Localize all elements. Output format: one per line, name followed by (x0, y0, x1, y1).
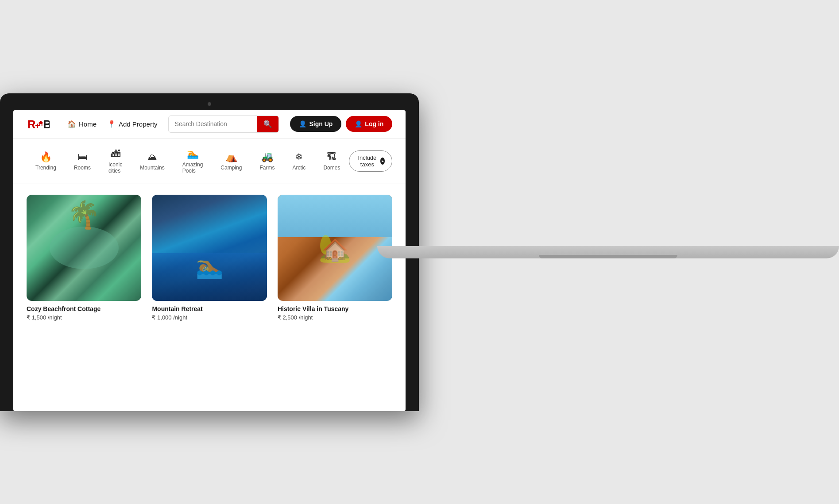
nav-links: 🏠 Home 📍 Add Property 🔍 (67, 115, 281, 133)
login-button[interactable]: 👤 Log in (346, 116, 392, 132)
laptop-base (377, 246, 839, 258)
property-card-historic-villa[interactable]: Historic Villa in Tuscany ₹ 2,500 /night (278, 195, 392, 321)
property-image (278, 195, 392, 301)
category-item-domes[interactable]: 🏗 Domes (314, 149, 349, 173)
location-icon: 📍 (107, 120, 116, 128)
search-button[interactable]: 🔍 (257, 116, 278, 132)
domes-icon: 🏗 (327, 151, 336, 163)
property-card-mountain-retreat[interactable]: Mountain Retreat ₹ 1,000 /night (152, 195, 267, 321)
category-item-iconic-cities[interactable]: 🏙 Iconic cities (100, 146, 131, 177)
category-items: 🔥 Trending 🛏 Rooms 🏙 Iconic cities ⛰ Mou… (27, 146, 349, 177)
home-icon: 🏠 (67, 120, 76, 128)
mountains-icon: ⛰ (147, 151, 157, 163)
property-image (27, 195, 141, 301)
category-item-camping[interactable]: ⛺ Camping (212, 149, 251, 173)
nav-actions: 👤 Sign Up 👤 Log in (290, 116, 392, 132)
category-item-arctic[interactable]: ❄ Arctic (283, 149, 314, 173)
property-img-container (152, 195, 267, 301)
user-icon: 👤 (299, 120, 306, 127)
include-taxes-label: Include taxes (356, 154, 378, 168)
laptop-screen: R + B 🏠 Home 📍 (13, 110, 406, 411)
amazing-pools-icon: 🏊 (187, 148, 199, 160)
navbar: R + B 🏠 Home 📍 (13, 110, 406, 139)
property-img-container (27, 195, 141, 301)
logo-svg: R + B (27, 116, 50, 132)
add-property-link[interactable]: 📍 Add Property (107, 120, 158, 128)
trending-label: Trending (35, 165, 56, 171)
laptop-camera (208, 102, 211, 106)
svg-rect-4 (40, 124, 41, 126)
farms-label: Farms (259, 165, 275, 171)
property-name: Mountain Retreat (152, 305, 267, 312)
home-link[interactable]: 🏠 Home (67, 120, 97, 128)
farms-icon: 🚜 (261, 151, 273, 163)
category-item-trending[interactable]: 🔥 Trending (27, 149, 65, 173)
camping-icon: ⛺ (225, 151, 237, 163)
login-label: Log in (365, 120, 383, 127)
property-img-container (278, 195, 392, 301)
property-price: ₹ 1,500 /night (27, 314, 141, 321)
property-grid: Cozy Beachfront Cottage ₹ 1,500 /night M… (13, 184, 406, 339)
signup-button[interactable]: 👤 Sign Up (290, 116, 341, 132)
rooms-label: Rooms (74, 165, 91, 171)
mountains-label: Mountains (140, 165, 164, 171)
login-user-icon: 👤 (355, 120, 362, 127)
category-nav: 🔥 Trending 🛏 Rooms 🏙 Iconic cities ⛰ Mou… (13, 139, 406, 184)
add-property-label: Add Property (119, 120, 158, 128)
camping-label: Camping (220, 165, 242, 171)
amazing-pools-label: Amazing Pools (182, 162, 203, 174)
iconic-cities-label: Iconic cities (108, 162, 122, 174)
category-item-rooms[interactable]: 🛏 Rooms (65, 149, 100, 173)
home-label: Home (79, 120, 97, 128)
svg-text:B: B (43, 118, 50, 131)
toggle-icon: ▸ (380, 158, 385, 165)
logo[interactable]: R + B (27, 116, 50, 132)
laptop-shell: R + B 🏠 Home 📍 (0, 93, 419, 411)
property-price: ₹ 2,500 /night (278, 314, 392, 321)
include-taxes-button[interactable]: Include taxes ▸ (349, 150, 392, 172)
property-card-cozy-beachfront[interactable]: Cozy Beachfront Cottage ₹ 1,500 /night (27, 195, 141, 321)
search-container: 🔍 (168, 115, 279, 133)
arctic-label: Arctic (292, 165, 305, 171)
trending-icon: 🔥 (40, 151, 52, 163)
category-item-mountains[interactable]: ⛰ Mountains (131, 149, 173, 173)
search-icon: 🔍 (263, 120, 272, 128)
iconic-cities-icon: 🏙 (111, 148, 120, 160)
property-image (152, 195, 267, 301)
signup-label: Sign Up (309, 120, 333, 127)
property-name: Historic Villa in Tuscany (278, 305, 392, 312)
svg-text:R: R (27, 118, 36, 131)
search-input[interactable] (169, 117, 257, 131)
property-price: ₹ 1,000 /night (152, 314, 267, 321)
domes-label: Domes (323, 165, 340, 171)
arctic-icon: ❄ (295, 151, 303, 163)
property-name: Cozy Beachfront Cottage (27, 305, 141, 312)
rooms-icon: 🛏 (77, 151, 87, 163)
category-item-farms[interactable]: 🚜 Farms (251, 149, 283, 173)
category-item-amazing-pools[interactable]: 🏊 Amazing Pools (174, 146, 212, 177)
